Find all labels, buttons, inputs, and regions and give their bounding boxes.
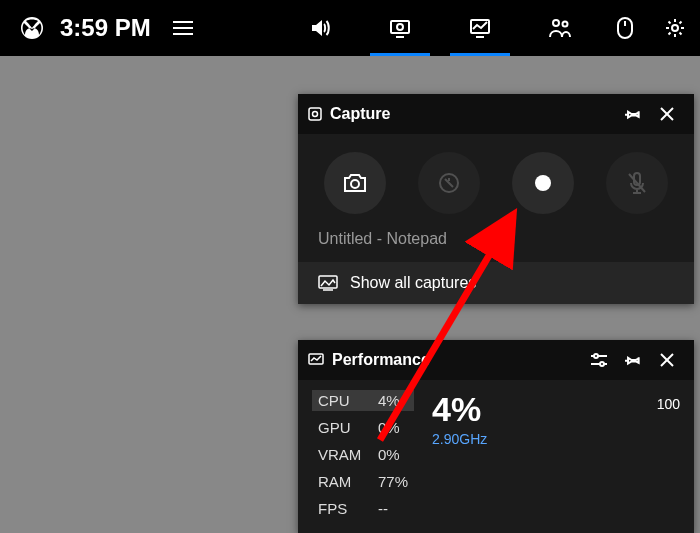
xbox-icon[interactable] [20,16,44,40]
xbox-social-icon[interactable] [520,0,600,56]
pin-button[interactable] [616,97,650,131]
metric-row-fps[interactable]: FPS-- [312,498,414,519]
record-last-button[interactable] [418,152,480,214]
performance-body: CPU4% GPU0% VRAM0% RAM77% FPS-- 4% 2.90G… [298,380,694,529]
perf-options-button[interactable] [582,343,616,377]
gallery-icon [318,275,338,291]
capture-badge-icon [308,107,322,121]
metric-row-gpu[interactable]: GPU0% [312,417,414,438]
top-icon-row [280,0,700,56]
settings-gear-icon[interactable] [650,0,700,56]
capture-panel: Capture Untitled - Notepad Show all capt… [298,94,694,304]
performance-metric-list: CPU4% GPU0% VRAM0% RAM77% FPS-- [312,390,414,519]
performance-panel: Performance CPU4% GPU0% VRAM0% RAM77% FP… [298,340,694,533]
performance-panel-header: Performance [298,340,694,380]
perf-close-button[interactable] [650,343,684,377]
capture-tab-icon[interactable] [360,0,440,56]
svg-point-10 [563,22,568,27]
widget-menu-icon[interactable] [173,20,193,36]
performance-sub-value: 2.90GHz [432,431,487,447]
svg-point-28 [594,354,598,358]
capture-panel-header: Capture [298,94,694,134]
capture-title: Capture [330,105,390,123]
capture-buttons-row [298,134,694,218]
performance-tab-icon[interactable] [440,0,520,56]
svg-point-20 [535,175,551,191]
perf-pin-button[interactable] [616,343,650,377]
svg-point-13 [672,25,678,31]
metric-row-vram[interactable]: VRAM0% [312,444,414,465]
svg-point-15 [313,112,318,117]
metric-row-ram[interactable]: RAM77% [312,471,414,492]
svg-point-9 [553,20,559,26]
performance-title: Performance [332,351,430,369]
performance-big-value: 4% [432,390,487,429]
svg-rect-14 [309,108,321,120]
show-all-captures-label: Show all captures [350,274,476,292]
capture-app-label: Untitled - Notepad [298,218,694,262]
mic-toggle-button[interactable] [606,152,668,214]
performance-badge-icon [308,353,324,367]
start-recording-button[interactable] [512,152,574,214]
svg-point-29 [600,362,604,366]
show-all-captures-button[interactable]: Show all captures [298,262,694,304]
clock-time: 3:59 PM [60,14,151,42]
close-button[interactable] [650,97,684,131]
svg-point-18 [351,180,359,188]
audio-icon[interactable] [280,0,360,56]
svg-rect-4 [391,21,409,33]
performance-main-readout: 4% 2.90GHz [432,390,487,519]
metric-row-cpu[interactable]: CPU4% [312,390,414,411]
screenshot-button[interactable] [324,152,386,214]
performance-scale-max: 100 [657,390,680,519]
xbox-game-bar: 3:59 PM [0,0,700,56]
svg-point-5 [397,24,403,30]
mouse-icon[interactable] [600,0,650,56]
